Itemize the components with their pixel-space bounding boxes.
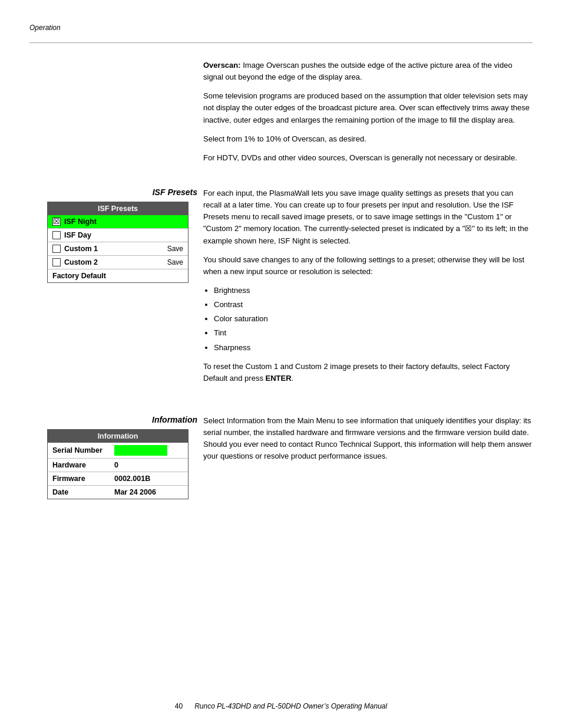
isf-presets-section: ISF Presets ISF Presets ☒ ISF Night ISF … <box>29 187 533 391</box>
top-divider <box>29 42 533 43</box>
overscan-para3: Select from 1% to 10% of Overscan, as de… <box>203 133 533 145</box>
serial-number-value <box>114 445 167 456</box>
hardware-value: 0 <box>114 461 118 469</box>
date-value: Mar 24 2006 <box>114 488 156 496</box>
information-menu-title: Information <box>48 430 188 443</box>
isf-night-row[interactable]: ☒ ISF Night <box>48 215 188 229</box>
isf-day-checkbox[interactable] <box>52 231 61 239</box>
header-label: Operation <box>29 24 61 32</box>
custom1-checkbox[interactable] <box>52 245 61 253</box>
firmware-value: 0002.001B <box>114 475 150 483</box>
overscan-right: Overscan: Image Overscan pushes the outs… <box>203 60 533 171</box>
isf-desc-para1: For each input, the PlasmaWall lets you … <box>203 187 533 247</box>
information-desc: Select Information from the Main Menu to… <box>203 415 533 463</box>
firmware-label: Firmware <box>52 475 108 483</box>
isf-desc-enter: ENTER <box>266 374 292 383</box>
page-header: Operation <box>29 24 533 32</box>
date-label: Date <box>52 488 108 496</box>
isf-night-label: ISF Night <box>64 218 183 226</box>
isf-desc-para3: To reset the Custom 1 and Custom 2 image… <box>203 361 533 384</box>
overscan-para1-text: Image Overscan pushes the outside edge o… <box>203 61 513 81</box>
custom2-checkbox[interactable] <box>52 258 61 266</box>
bullet-tint: Tint <box>214 327 533 339</box>
custom2-row[interactable]: Custom 2 Save <box>48 256 188 269</box>
hardware-row: Hardware 0 <box>48 459 188 472</box>
isf-desc-para3-after: . <box>292 374 294 383</box>
date-row: Date Mar 24 2006 <box>48 486 188 499</box>
firmware-row: Firmware 0002.001B <box>48 472 188 486</box>
custom1-save[interactable]: Save <box>167 245 183 253</box>
overscan-para1: Overscan: Image Overscan pushes the outs… <box>203 60 533 83</box>
information-right: Select Information from the Main Menu to… <box>203 415 533 499</box>
isf-day-row[interactable]: ISF Day <box>48 229 188 242</box>
page-footer: 40 Runco PL-43DHD and PL-50DHD Owner’s O… <box>29 702 533 710</box>
isf-presets-menu: ISF Presets ☒ ISF Night ISF Day Custom 1… <box>47 202 189 283</box>
hardware-label: Hardware <box>52 461 108 469</box>
overscan-para2: Some television programs are produced ba… <box>203 90 533 126</box>
isf-bullet-list: Brightness Contrast Color saturation Tin… <box>214 285 533 354</box>
information-section-label: Information <box>29 415 203 424</box>
isf-day-label: ISF Day <box>64 231 183 239</box>
overscan-title: Overscan: <box>203 61 241 70</box>
page-wrapper: Operation Overscan: Image Overscan pushe… <box>0 0 562 546</box>
isf-presets-label: ISF Presets <box>29 187 203 197</box>
isf-desc-para2: You should save changes to any of the fo… <box>203 254 533 278</box>
isf-presets-right: For each input, the PlasmaWall lets you … <box>203 187 533 391</box>
information-menu: Information Serial Number Hardware 0 Fir… <box>47 429 189 499</box>
information-section: Information Information Serial Number Ha… <box>29 415 533 499</box>
factory-default-label: Factory Default <box>52 272 106 280</box>
isf-night-checkbox[interactable]: ☒ <box>52 218 61 226</box>
footer-title: Runco PL-43DHD and PL-50DHD Owner’s Oper… <box>194 702 387 710</box>
bullet-brightness: Brightness <box>214 285 533 297</box>
custom1-row[interactable]: Custom 1 Save <box>48 242 188 256</box>
isf-desc-para3-before: To reset the Custom 1 and Custom 2 image… <box>203 362 510 383</box>
custom1-label: Custom 1 <box>64 245 164 253</box>
factory-default-row[interactable]: Factory Default <box>48 269 188 282</box>
isf-presets-left: ISF Presets ISF Presets ☒ ISF Night ISF … <box>29 187 203 391</box>
overscan-para4: For HDTV, DVDs and other video sources, … <box>203 152 533 164</box>
serial-number-row: Serial Number <box>48 443 188 459</box>
footer-page-number: 40 <box>175 702 183 710</box>
bullet-color-saturation: Color saturation <box>214 313 533 325</box>
bullet-sharpness: Sharpness <box>214 342 533 354</box>
overscan-left <box>29 60 203 171</box>
isf-presets-menu-title: ISF Presets <box>48 202 188 215</box>
overscan-section: Overscan: Image Overscan pushes the outs… <box>29 60 533 171</box>
bullet-contrast: Contrast <box>214 299 533 311</box>
custom2-label: Custom 2 <box>64 258 164 266</box>
information-left: Information Information Serial Number Ha… <box>29 415 203 499</box>
serial-number-label: Serial Number <box>52 446 108 454</box>
custom2-save[interactable]: Save <box>167 258 183 266</box>
